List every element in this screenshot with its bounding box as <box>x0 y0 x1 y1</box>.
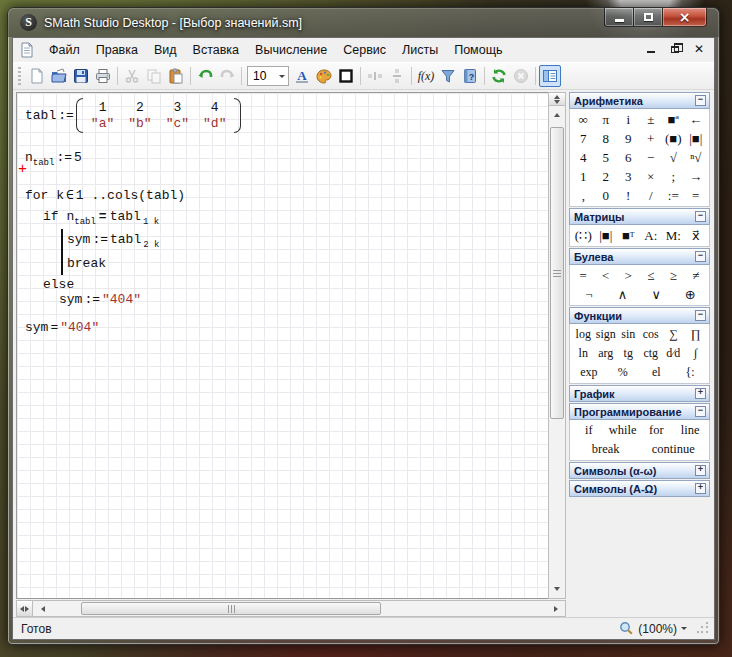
expand-icon[interactable]: + <box>695 388 706 399</box>
palette-button[interactable]: = <box>685 186 708 205</box>
zoom-dropdown-icon[interactable] <box>681 627 687 633</box>
expr-matrix-definition[interactable]: tabl:=1234"a""b""c""d" <box>25 98 241 133</box>
palette-header-boolean[interactable]: Булева− <box>569 248 710 265</box>
menu-item[interactable]: Файл <box>41 40 88 60</box>
horizontal-scroll-thumb[interactable] <box>81 602 381 615</box>
resize-grip[interactable] <box>697 622 710 635</box>
palette-button[interactable]: {: <box>673 363 707 382</box>
palette-button[interactable]: sign <box>595 325 618 344</box>
palette-button[interactable]: |■| <box>685 129 708 148</box>
recalculate-button[interactable] <box>488 65 510 87</box>
worksheet-canvas[interactable]: tabl:=1234"a""b""c""d" ntabl:=5 + for k∈… <box>16 92 548 599</box>
paste-button[interactable] <box>165 65 187 87</box>
maximize-button[interactable] <box>633 8 662 27</box>
split-handle[interactable] <box>549 93 565 106</box>
insert-function-button[interactable]: f(x) <box>415 65 437 87</box>
palette-button[interactable]: tg <box>617 344 640 363</box>
cut-button[interactable] <box>121 65 143 87</box>
palette-button[interactable]: − <box>640 148 663 167</box>
expr-else-assign-line[interactable]: sym:="404" <box>59 292 141 307</box>
palette-button[interactable]: ! <box>617 186 640 205</box>
scroll-left-button[interactable] <box>33 601 49 616</box>
palette-button[interactable]: ∨ <box>640 285 674 304</box>
color-palette-button[interactable] <box>313 65 335 87</box>
copy-button[interactable] <box>143 65 165 87</box>
palette-header-programming[interactable]: Программирование− <box>569 403 710 420</box>
palette-button[interactable]: ¬ <box>572 285 606 304</box>
palette-button[interactable]: ∞ <box>572 110 595 129</box>
palette-button[interactable]: sin <box>617 325 640 344</box>
palette-button[interactable]: + <box>640 129 663 148</box>
collapse-icon[interactable]: − <box>695 310 706 321</box>
collapse-icon[interactable]: − <box>695 211 706 222</box>
expr-if-line[interactable]: if ntabl=tabl1 k <box>43 209 159 224</box>
palette-button[interactable]: ■ᵀ <box>617 226 640 245</box>
minimize-button[interactable] <box>604 8 633 27</box>
palette-button[interactable]: ← <box>685 110 708 129</box>
open-button[interactable] <box>48 65 70 87</box>
menu-item[interactable]: Правка <box>88 40 146 60</box>
palette-button[interactable]: ∫ <box>685 344 708 363</box>
palette-button[interactable]: ln <box>572 344 595 363</box>
document-icon[interactable] <box>19 42 35 58</box>
palette-button[interactable]: A: <box>640 226 663 245</box>
palette-button[interactable]: el <box>640 363 674 382</box>
mdi-minimize-button[interactable] <box>644 41 658 55</box>
palette-button[interactable]: 9 <box>617 129 640 148</box>
vertical-scroll-thumb[interactable] <box>550 127 564 419</box>
palette-button[interactable]: exp <box>572 363 606 382</box>
palette-button[interactable]: → <box>685 167 708 186</box>
reference-button[interactable]: ? <box>459 65 481 87</box>
sidebar-toggle-button[interactable] <box>539 65 561 87</box>
palette-button[interactable]: M: <box>662 226 685 245</box>
palette-button[interactable]: 1 <box>572 167 595 186</box>
toolbar-grip[interactable] <box>17 67 22 85</box>
palette-button[interactable]: for <box>640 421 674 440</box>
expand-icon[interactable]: + <box>695 465 706 476</box>
palette-header-arithmetic[interactable]: Арифметика− <box>569 92 710 109</box>
palette-button[interactable]: break <box>572 440 640 459</box>
palette-header-matrices[interactable]: Матрицы− <box>569 208 710 225</box>
expr-else-line[interactable]: else <box>43 277 74 292</box>
menu-item[interactable]: Вставка <box>185 40 247 60</box>
scroll-up-button[interactable] <box>549 106 565 121</box>
collapse-icon[interactable]: − <box>695 95 706 106</box>
palette-button[interactable]: / <box>640 186 663 205</box>
palette-button[interactable]: × <box>640 167 663 186</box>
palette-button[interactable]: ■ª <box>662 110 685 129</box>
palette-button[interactable]: ∧ <box>606 285 640 304</box>
collapse-icon[interactable]: − <box>695 251 706 262</box>
palette-button[interactable]: log <box>572 325 595 344</box>
palette-button[interactable]: ⊕ <box>673 285 707 304</box>
palette-button[interactable]: 3 <box>617 167 640 186</box>
close-button[interactable]: × <box>662 8 707 27</box>
palette-button[interactable]: 2 <box>595 167 618 186</box>
expr-for-line[interactable]: for k∈1 ..cols(tabl) <box>25 187 185 203</box>
menu-item[interactable]: Листы <box>394 40 446 60</box>
palette-button[interactable]: ≠ <box>685 266 708 285</box>
filter-button[interactable] <box>437 65 459 87</box>
expr-assign-line[interactable]: sym:=tabl2 k <box>67 232 159 247</box>
palette-button[interactable]: ; <box>662 167 685 186</box>
align-vertical-button[interactable] <box>386 65 408 87</box>
palette-button[interactable]: continue <box>640 440 708 459</box>
palette-button[interactable]: ∑ <box>662 325 685 344</box>
palette-button[interactable]: if <box>572 421 606 440</box>
redo-button[interactable] <box>216 65 238 87</box>
split-handle-horizontal[interactable] <box>17 601 33 616</box>
border-button[interactable] <box>335 65 357 87</box>
mdi-close-button[interactable]: ✕ <box>692 41 706 55</box>
palette-button[interactable]: ≥ <box>662 266 685 285</box>
palette-button[interactable]: √ <box>662 148 685 167</box>
palette-button[interactable]: 8 <box>595 129 618 148</box>
palette-button[interactable]: d∕d <box>662 344 685 363</box>
palette-button[interactable]: arg <box>595 344 618 363</box>
palette-button[interactable]: π <box>595 110 618 129</box>
print-button[interactable] <box>92 65 114 87</box>
palette-header-symbols-upper[interactable]: Символы (A-Ω)+ <box>569 480 710 497</box>
mdi-restore-button[interactable] <box>668 41 682 55</box>
palette-button[interactable]: 6 <box>617 148 640 167</box>
palette-button[interactable]: x⃗ <box>685 226 708 245</box>
expr-break-line[interactable]: break <box>67 256 106 271</box>
palette-button[interactable]: % <box>606 363 640 382</box>
